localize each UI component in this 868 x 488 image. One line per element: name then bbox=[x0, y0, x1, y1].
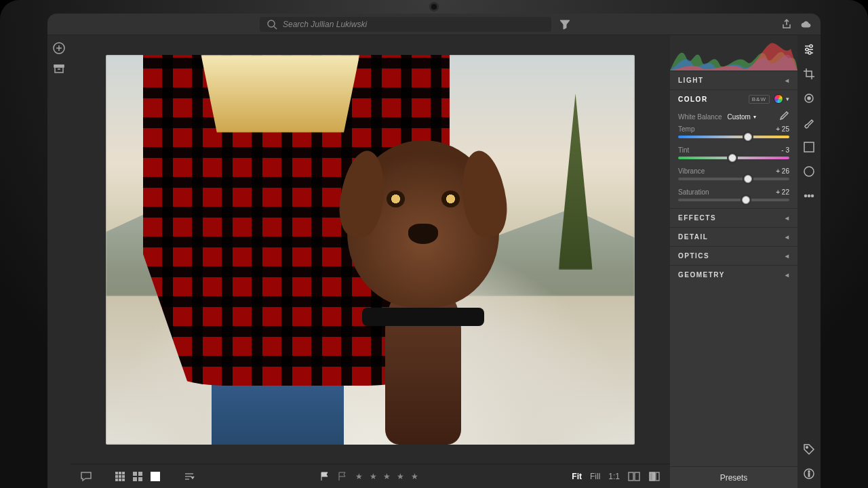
tag-icon[interactable] bbox=[803, 443, 815, 455]
histogram[interactable] bbox=[670, 35, 797, 70]
panel-geometry-title: Geometry bbox=[678, 271, 725, 279]
chevron-left-icon: ◂ bbox=[785, 77, 790, 84]
sort-icon[interactable] bbox=[183, 470, 195, 483]
slider-vibrance-label: Vibrance bbox=[678, 167, 705, 175]
comment-icon[interactable] bbox=[80, 470, 92, 483]
flag-icon[interactable] bbox=[320, 472, 330, 481]
svg-rect-30 bbox=[804, 142, 814, 152]
radial-gradient-icon[interactable] bbox=[803, 165, 815, 178]
slider-tint-value: - 3 bbox=[781, 146, 789, 154]
svg-point-25 bbox=[810, 45, 812, 47]
panel-detail[interactable]: Detail◂ bbox=[670, 228, 797, 246]
svg-rect-11 bbox=[122, 475, 125, 478]
info-icon[interactable] bbox=[803, 468, 815, 480]
panel-geometry[interactable]: Geometry◂ bbox=[670, 266, 797, 284]
slider-vibrance[interactable]: Vibrance+ 26 bbox=[670, 166, 797, 187]
panel-light[interactable]: Light ◂ bbox=[670, 71, 797, 89]
slider-temp[interactable]: Temp+ 25 bbox=[670, 124, 797, 145]
edited-photo bbox=[106, 55, 635, 445]
image-viewer[interactable] bbox=[71, 35, 670, 464]
panel-light-title: Light bbox=[678, 77, 704, 84]
filter-icon[interactable] bbox=[559, 19, 570, 30]
svg-point-32 bbox=[805, 195, 807, 197]
grid-large-icon[interactable] bbox=[133, 472, 142, 481]
left-rail bbox=[47, 35, 71, 488]
svg-point-27 bbox=[808, 52, 811, 54]
zoom-fill[interactable]: Fill bbox=[590, 472, 600, 481]
reject-flag-icon[interactable] bbox=[338, 472, 347, 481]
presets-button[interactable]: Presets bbox=[670, 466, 797, 488]
slider-tint[interactable]: Tint- 3 bbox=[670, 145, 797, 166]
zoom-one-to-one[interactable]: 1:1 bbox=[608, 472, 620, 481]
slider-saturation-value: + 22 bbox=[776, 188, 789, 196]
svg-rect-4 bbox=[55, 67, 63, 73]
share-icon[interactable] bbox=[781, 19, 792, 30]
edit-sliders-icon[interactable] bbox=[803, 43, 815, 56]
add-photo-icon[interactable] bbox=[53, 42, 65, 54]
bottom-toolbar: ★ ★ ★ ★ ★ Fit Fill 1:1 bbox=[71, 464, 670, 488]
svg-point-0 bbox=[268, 20, 275, 27]
single-view-icon[interactable] bbox=[151, 472, 160, 481]
app-window: Search Jullian Lukiwski bbox=[47, 14, 821, 488]
search-field[interactable]: Search Jullian Lukiwski bbox=[260, 17, 551, 32]
crop-icon[interactable] bbox=[803, 68, 815, 80]
panel-color-title: Color bbox=[678, 96, 708, 103]
wb-value: Custom bbox=[727, 113, 750, 121]
svg-rect-22 bbox=[650, 472, 653, 481]
search-placeholder: Search Jullian Lukiwski bbox=[283, 20, 367, 29]
compare-icon[interactable] bbox=[628, 470, 640, 483]
chevron-left-icon: ◂ bbox=[785, 214, 790, 222]
panel-effects[interactable]: Effects◂ bbox=[670, 209, 797, 227]
svg-rect-10 bbox=[119, 475, 121, 478]
slider-saturation[interactable]: Saturation+ 22 bbox=[670, 187, 797, 208]
svg-point-31 bbox=[804, 167, 814, 176]
svg-point-35 bbox=[806, 447, 808, 449]
panel-optics-title: Optics bbox=[678, 252, 709, 260]
chevron-left-icon: ◂ bbox=[785, 252, 790, 260]
panel-detail-title: Detail bbox=[678, 233, 708, 241]
wb-dropdown[interactable]: Custom ▾ bbox=[727, 113, 755, 121]
chevron-down-icon[interactable]: ▾ bbox=[786, 96, 789, 102]
edit-panel: Light ◂ Color B&W ▾ bbox=[670, 35, 797, 488]
svg-rect-8 bbox=[122, 472, 125, 474]
wb-label: White Balance bbox=[678, 113, 722, 121]
slider-vibrance-value: + 26 bbox=[776, 167, 789, 175]
svg-rect-24 bbox=[656, 472, 659, 481]
svg-rect-7 bbox=[119, 472, 121, 474]
zoom-fit[interactable]: Fit bbox=[572, 472, 582, 481]
svg-point-29 bbox=[808, 97, 810, 100]
svg-point-33 bbox=[808, 195, 810, 197]
rating-stars[interactable]: ★ ★ ★ ★ ★ bbox=[355, 472, 420, 481]
svg-line-1 bbox=[274, 26, 277, 29]
eyedropper-icon[interactable] bbox=[777, 110, 789, 123]
color-mixer-icon[interactable] bbox=[774, 94, 783, 104]
svg-rect-38 bbox=[808, 473, 809, 476]
linear-gradient-icon[interactable] bbox=[803, 141, 815, 153]
svg-rect-17 bbox=[133, 477, 137, 481]
svg-rect-19 bbox=[151, 472, 160, 481]
slider-tint-label: Tint bbox=[678, 146, 689, 154]
healing-brush-icon[interactable] bbox=[803, 92, 815, 104]
bw-toggle[interactable]: B&W bbox=[749, 95, 770, 104]
cloud-icon[interactable] bbox=[800, 19, 811, 30]
archive-icon[interactable] bbox=[53, 62, 65, 75]
svg-rect-18 bbox=[138, 477, 142, 481]
svg-rect-20 bbox=[629, 472, 633, 481]
slider-saturation-label: Saturation bbox=[678, 188, 709, 196]
svg-rect-15 bbox=[133, 472, 137, 476]
grid-small-icon[interactable] bbox=[115, 472, 125, 481]
svg-rect-13 bbox=[119, 479, 121, 481]
svg-rect-12 bbox=[115, 479, 118, 481]
brush-icon[interactable] bbox=[803, 117, 815, 129]
show-original-icon[interactable] bbox=[648, 470, 660, 483]
search-icon bbox=[267, 19, 277, 30]
svg-point-37 bbox=[808, 471, 810, 472]
panel-optics[interactable]: Optics◂ bbox=[670, 247, 797, 265]
panel-effects-title: Effects bbox=[678, 214, 716, 222]
presets-label: Presets bbox=[720, 473, 748, 483]
panel-color: Color B&W ▾ White Balance Custom bbox=[670, 89, 797, 208]
slider-temp-value: + 25 bbox=[776, 125, 789, 133]
svg-point-34 bbox=[812, 195, 814, 197]
more-icon[interactable] bbox=[803, 190, 815, 202]
svg-rect-14 bbox=[122, 479, 125, 481]
